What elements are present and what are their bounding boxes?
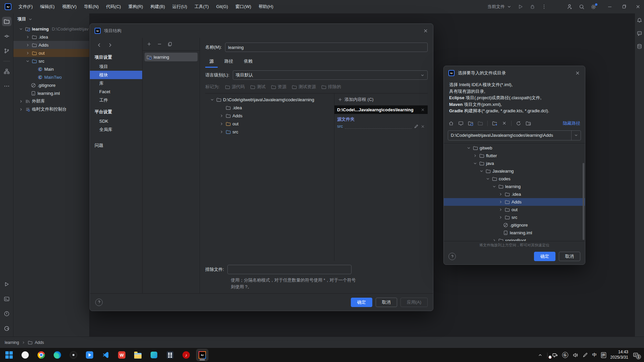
mark-test-resources-button[interactable]: 测试资源 <box>292 84 316 90</box>
taskbar-app-circle[interactable] <box>19 349 31 361</box>
more-actions-icon[interactable] <box>541 4 547 9</box>
tab-dependencies[interactable]: 依赖 <box>240 55 257 68</box>
file-tree-item-gitweb[interactable]: gitweb <box>444 144 585 152</box>
chevron-right-icon[interactable] <box>498 215 503 220</box>
chevron-down-icon[interactable] <box>18 27 23 31</box>
chevron-down-icon[interactable] <box>466 146 471 150</box>
chevron-right-icon[interactable] <box>491 238 497 242</box>
tree-item-external-libraries[interactable]: 外部库 <box>13 97 89 105</box>
taskbar-app-explorer[interactable] <box>132 349 144 361</box>
menu-edit[interactable]: 编辑(E) <box>37 0 58 13</box>
content-tree-item-idea[interactable]: .idea <box>205 104 334 112</box>
menu-tools[interactable]: 工具(T) <box>191 0 213 13</box>
help-icon[interactable] <box>95 299 103 306</box>
terminal-toolwindow-button[interactable] <box>2 294 11 304</box>
module-list-item-learning[interactable]: learning <box>145 53 198 61</box>
ime-language-indicator[interactable]: 中 <box>592 352 597 358</box>
sidebar-item-libraries[interactable]: 库 <box>90 79 142 87</box>
content-root-row[interactable]: D:\Code\gitweb\java\Javalearng\codes\lea… <box>205 96 334 104</box>
tree-item-learning-root[interactable]: learning D:\Code\gitweb\jav <box>13 25 89 33</box>
version-control-toolwindow-button[interactable] <box>2 324 11 333</box>
remove-content-root-icon[interactable] <box>421 108 425 112</box>
start-button[interactable] <box>3 349 15 361</box>
hide-path-link[interactable]: 隐藏路径 <box>563 120 580 126</box>
chevron-right-icon[interactable] <box>219 114 224 118</box>
file-tree-item-idea[interactable]: .idea <box>444 190 585 198</box>
show-hidden-icon[interactable] <box>526 121 531 126</box>
mark-resources-button[interactable]: 资源 <box>271 84 286 90</box>
problems-toolwindow-button[interactable] <box>2 309 11 318</box>
dialog-titlebar[interactable]: IU 项目结构 <box>90 24 433 38</box>
chevron-right-icon[interactable] <box>219 130 224 134</box>
taskbar-app-chrome[interactable] <box>36 349 47 361</box>
code-with-me-icon[interactable] <box>567 4 573 10</box>
source-folder-row[interactable]: src <box>334 123 428 129</box>
module-directory-icon[interactable] <box>478 121 483 126</box>
language-level-select[interactable]: 项目默认 <box>233 70 428 80</box>
delete-icon[interactable] <box>502 121 507 126</box>
database-toolwindow-icon[interactable] <box>637 44 642 49</box>
mark-excluded-button[interactable]: 排除的 <box>321 84 341 90</box>
tree-item-gitignore[interactable]: .gitignore <box>13 81 89 89</box>
file-tree-item-flutter[interactable]: flutter <box>444 152 585 160</box>
window-restore-icon[interactable] <box>621 4 627 9</box>
file-tree-item-learning-iml[interactable]: learning.iml <box>444 229 585 237</box>
branches-toolwindow-button[interactable] <box>2 46 11 56</box>
chevron-down-icon[interactable] <box>491 184 497 189</box>
sidebar-item-modules[interactable]: 模块 <box>90 71 142 79</box>
taskbar-app-vscode[interactable] <box>100 349 111 361</box>
taskbar-app-teal[interactable] <box>148 349 160 361</box>
tree-item-adds[interactable]: Adds <box>13 41 89 49</box>
dialog-close-icon[interactable] <box>575 70 580 76</box>
chevron-right-icon[interactable] <box>498 200 503 204</box>
path-combobox[interactable]: D:\Code\gitweb\java\Javalearng\codes\lea… <box>448 130 581 140</box>
forward-icon[interactable] <box>108 43 113 48</box>
taskbar-app-music[interactable]: ♪ <box>180 349 192 361</box>
sidebar-item-artifacts[interactable]: 工件 <box>90 96 142 104</box>
debug-icon[interactable] <box>530 4 535 10</box>
cancel-button[interactable]: 取消 <box>559 252 580 261</box>
taskbar-app-calculator[interactable] <box>164 349 176 361</box>
copy-module-icon[interactable] <box>167 42 172 47</box>
menu-build[interactable]: 构建(B) <box>147 0 168 13</box>
project-panel-header[interactable]: 项目 <box>13 13 89 25</box>
menu-window[interactable]: 窗口(W) <box>232 0 255 13</box>
sidebar-item-problems[interactable]: 问题 <box>90 141 142 149</box>
cancel-button[interactable]: 取消 <box>376 298 397 307</box>
menu-git[interactable]: Git(G) <box>212 0 231 13</box>
project-toolwindow-button[interactable] <box>2 17 11 26</box>
apply-button[interactable]: 应用(A) <box>400 298 428 307</box>
sidebar-item-sdk[interactable]: SDK <box>90 117 142 125</box>
sidebar-item-facet[interactable]: Facet <box>90 87 142 96</box>
chevron-down-icon[interactable] <box>472 161 478 166</box>
menu-view[interactable]: 视图(V) <box>58 0 80 13</box>
commit-toolwindow-button[interactable] <box>2 32 11 41</box>
tab-paths[interactable]: 路径 <box>220 55 237 68</box>
remove-source-folder-icon[interactable] <box>421 124 425 129</box>
logitech-ghub-icon[interactable]: G <box>562 352 568 358</box>
chevron-right-icon[interactable] <box>18 99 23 104</box>
structure-toolwindow-button[interactable] <box>2 67 11 76</box>
chevron-down-icon[interactable] <box>209 98 215 102</box>
scrollbar-thumb[interactable] <box>583 163 584 240</box>
edit-source-folder-icon[interactable] <box>414 124 419 129</box>
menu-file[interactable]: 文件(F) <box>15 0 37 13</box>
content-root-header[interactable]: D:\Code\...Javalearng\codes\learning <box>334 106 428 114</box>
breadcrumb-module[interactable]: learning <box>5 340 19 345</box>
tree-item-src[interactable]: src <box>13 57 89 65</box>
chevron-down-icon[interactable] <box>25 59 30 63</box>
chevron-right-icon[interactable] <box>498 192 503 196</box>
more-toolwindows-button[interactable] <box>2 81 11 91</box>
content-tree-item-src[interactable]: src <box>205 128 334 136</box>
tab-sources[interactable]: 源 <box>205 55 218 68</box>
new-folder-icon[interactable] <box>492 121 497 126</box>
run-toolwindow-button[interactable] <box>2 280 11 289</box>
sidebar-item-global-libraries[interactable]: 全局库 <box>90 125 142 134</box>
file-tree-item-gitignore[interactable]: .gitignore <box>444 221 585 229</box>
taskbar-app-dark[interactable] <box>68 349 79 361</box>
menu-refactor[interactable]: 重构(R) <box>124 0 147 13</box>
file-tree-item-javalearng[interactable]: Javalearng <box>444 167 585 175</box>
ok-button[interactable]: 确定 <box>351 298 372 307</box>
dialog-close-icon[interactable] <box>423 28 428 34</box>
chevron-right-icon[interactable] <box>25 51 30 55</box>
